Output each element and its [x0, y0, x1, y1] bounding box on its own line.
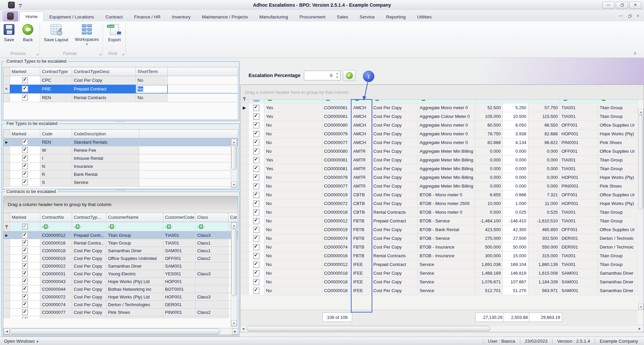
amount-cell[interactable]: 423.500	[475, 225, 503, 234]
contractno-cell[interactable]: CO0000012	[322, 260, 352, 269]
marked-checkbox-cell[interactable]	[10, 301, 40, 308]
newamount-cell[interactable]: 315.000	[528, 252, 560, 260]
type-cell[interactable]: IFEE	[352, 260, 372, 269]
table-row[interactable]: No CO0000019 CBTB Cost Per Copy BTOB - M…	[240, 191, 638, 199]
contracttype-cell[interactable]: Cost Per Copy	[72, 301, 106, 308]
checkbox-checked-icon[interactable]	[253, 122, 259, 128]
contracttypedesc-cell[interactable]: Cost Per Copy	[372, 104, 418, 112]
customername-cell[interactable]: Hope Works (Pty)	[598, 199, 638, 208]
row-checkbox-cell[interactable]	[249, 138, 264, 147]
row-checkbox-cell[interactable]	[249, 104, 264, 112]
table-row[interactable]: ▶ CO0000012 Prepaid Contr... Titan Group…	[3, 231, 238, 239]
customercode-cell[interactable]: HOP001	[560, 199, 598, 208]
customercode-cell[interactable]: TIA001	[560, 208, 598, 217]
save-layout-button[interactable]: Save Layout	[40, 23, 72, 42]
checkbox-checked-icon[interactable]	[22, 302, 28, 307]
marked-checkbox-cell[interactable]	[10, 76, 40, 85]
column-header-code[interactable]: Code	[40, 130, 72, 138]
scrollbar-thumb[interactable]	[231, 228, 236, 296]
scroll-down-icon[interactable]: ▼	[231, 182, 237, 188]
feetypedesc-cell[interactable]: Aggregate Mono meter 0	[418, 138, 475, 147]
increase-cell[interactable]: 3.938	[503, 130, 528, 138]
contracttypedesc-cell[interactable]: Cost Per Copy	[372, 138, 418, 147]
contractno-cell[interactable]: CO0000016	[322, 252, 352, 260]
contractno-cell[interactable]: CO0000079	[322, 130, 352, 138]
codedescription-cell[interactable]: Standard Rentals	[72, 138, 139, 146]
increase-cell[interactable]: 50.000	[503, 243, 528, 252]
contractno-cell[interactable]: CO0000074	[322, 243, 352, 252]
amount-cell[interactable]: 1,691.036	[475, 260, 503, 269]
amount-cell[interactable]: 275.000	[475, 234, 503, 243]
scroll-down-icon[interactable]: ▼	[638, 304, 644, 310]
increase-cell[interactable]: 169.104	[503, 260, 528, 269]
mdi-close-button[interactable]: ×	[637, 13, 639, 18]
table-row[interactable]: CO0000031 Cost Per Copy Young Electric Y…	[3, 270, 238, 278]
table-row[interactable]: No CO0000016 CBTB Rental Contracts BTOB …	[240, 208, 638, 217]
marked-checkbox-cell[interactable]	[10, 138, 40, 146]
contractno-cell[interactable]: CO0000077	[322, 138, 352, 147]
table-row[interactable]: No CO0000080 AMCH Cost Per Copy Aggregat…	[240, 121, 638, 130]
customercode-cell[interactable]: HOP001	[163, 293, 196, 301]
type-cell[interactable]: AMCH	[352, 121, 372, 130]
contractno-cell[interactable]: CO0000072	[40, 293, 72, 301]
filter-class[interactable]: B	[196, 222, 228, 231]
feetypedesc-cell[interactable]: BTOB - Service	[418, 217, 475, 225]
customercode-cell[interactable]: SAM001	[560, 269, 598, 278]
checkbox-checked-icon[interactable]	[253, 131, 259, 137]
table-row[interactable]: ▶ Yes CO0000081 AMCH Cost Per Copy Aggre…	[240, 104, 638, 112]
class-cell[interactable]: Class3	[196, 231, 228, 239]
table-row[interactable]: R Bank Rental	[3, 170, 238, 179]
increase-cell[interactable]: 4.134	[503, 138, 528, 147]
newamount-cell[interactable]: 1,184.339	[528, 278, 560, 286]
checkbox-checked-icon[interactable]	[22, 279, 28, 284]
scroll-left-icon[interactable]: ◀	[4, 328, 10, 335]
checkbox-checked-icon[interactable]	[22, 240, 28, 246]
table-row[interactable]: CO0000077 Cost Per Copy Pink Shoes PIN00…	[3, 308, 238, 316]
checkbox-checked-icon[interactable]	[253, 253, 259, 259]
contracttype-cell[interactable]: Rental Contra...	[72, 239, 106, 247]
codedescription-cell[interactable]: Insurance	[72, 162, 139, 170]
exclfromescalation-cell[interactable]: No	[264, 217, 322, 225]
exclfromescalation-cell[interactable]: No	[264, 225, 322, 234]
checkbox-checked-icon[interactable]	[22, 256, 28, 261]
contractno-cell[interactable]: CO0000077	[322, 182, 352, 191]
contractno-cell[interactable]: CO0000081	[322, 104, 352, 112]
customername-cell[interactable]: Pink Shoes	[598, 138, 638, 147]
customercode-cell[interactable]: SAM001	[163, 262, 196, 270]
contractno-cell[interactable]: CO0000044	[40, 285, 72, 293]
ribbon-tab[interactable]: Manufacturing	[254, 12, 294, 21]
customercode-cell[interactable]: OFF001	[560, 191, 598, 199]
checkbox-checked-icon[interactable]	[253, 279, 259, 285]
customername-cell[interactable]: Young Electric	[106, 270, 163, 278]
contracttypedesc-cell[interactable]: Cost Per Copy	[372, 243, 418, 252]
feetypedesc-cell[interactable]: BTOB - Insurance	[418, 243, 475, 252]
customername-cell[interactable]: Titan Group	[598, 217, 638, 225]
contracttypedesc-cell[interactable]: Cost Per Copy	[72, 76, 136, 85]
ribbon-tab[interactable]: Service	[354, 12, 380, 21]
feetypedesc-cell[interactable]: Service	[418, 286, 475, 295]
customername-cell[interactable]: Office Supplies Unlimited	[106, 255, 163, 262]
class-cell[interactable]	[196, 262, 228, 270]
column-header-marked[interactable]: Marked	[10, 213, 40, 222]
checkbox-checked-icon[interactable]	[253, 262, 259, 268]
customercode-cell[interactable]: TIA001	[163, 231, 196, 239]
type-cell[interactable]: CBTB	[352, 208, 372, 217]
class-cell[interactable]: Class1	[196, 239, 228, 247]
type-cell[interactable]: AMCH	[352, 104, 372, 112]
newamount-cell[interactable]: 115.500	[528, 112, 560, 121]
contractno-cell[interactable]: CO0000018	[322, 286, 352, 295]
contracttype-cell[interactable]: Cost Per Copy	[72, 255, 106, 262]
checkbox-checked-icon[interactable]	[253, 227, 259, 233]
ribbon-tab[interactable]: Maintenance / Projects	[196, 12, 254, 21]
exclfromescalation-cell[interactable]: No	[264, 252, 322, 260]
mdi-minimize-button[interactable]: —	[619, 13, 623, 18]
contracttypedesc-cell[interactable]: Cost Per Copy	[372, 182, 418, 191]
column-header-customercode[interactable]: CustomerCode	[163, 213, 196, 222]
contractno-cell[interactable]: CO0000031	[40, 270, 72, 278]
table-row[interactable]: CO0000079 Cost Per Copy Pink Shoes PIN00…	[3, 316, 238, 319]
filter-pin-icon[interactable]	[3, 222, 10, 231]
contractno-cell[interactable]: CO0000018	[40, 247, 72, 255]
checkbox-checked-icon[interactable]	[22, 180, 28, 185]
customercode-cell[interactable]: TIA001	[560, 112, 598, 121]
contracttypedesc-cell[interactable]: Cost Per Copy	[372, 130, 418, 138]
